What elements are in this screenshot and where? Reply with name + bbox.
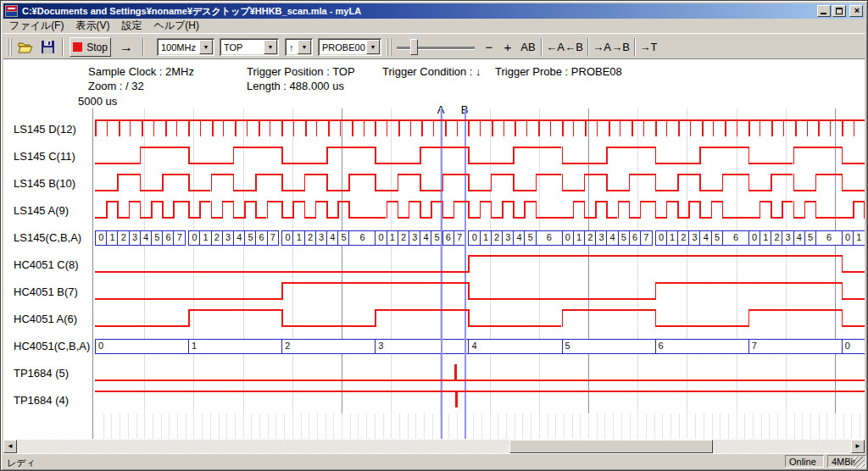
resize-grip-icon[interactable] bbox=[854, 457, 865, 468]
minor-tick bbox=[326, 413, 326, 439]
strobe-pulse bbox=[188, 121, 190, 136]
strobe-pulse bbox=[387, 121, 387, 136]
wave-segment bbox=[233, 190, 255, 191]
minor-tick bbox=[679, 413, 680, 439]
wave-edge bbox=[480, 201, 481, 219]
wave-edge bbox=[842, 255, 843, 273]
save-button[interactable] bbox=[37, 37, 58, 57]
minor-tick bbox=[670, 413, 671, 439]
minor-tick bbox=[128, 413, 129, 439]
ab-button[interactable]: AB bbox=[517, 37, 539, 57]
zoom-out-button[interactable]: − bbox=[481, 37, 498, 57]
trigger-probe-combo[interactable]: PROBE00 ▼ bbox=[318, 38, 381, 56]
toolbar-separator bbox=[634, 38, 636, 56]
trigger-position-combo[interactable]: TOP ▼ bbox=[220, 38, 279, 56]
wave-segment bbox=[677, 174, 699, 175]
wave-edge bbox=[468, 147, 470, 164]
zoom-slider-handle[interactable] bbox=[410, 39, 418, 55]
minor-tick bbox=[375, 413, 376, 439]
wave-edge bbox=[524, 201, 526, 219]
wave-segment bbox=[468, 163, 513, 164]
wave-edge bbox=[584, 201, 586, 219]
wave-edge bbox=[129, 201, 131, 219]
wave-edge bbox=[173, 201, 175, 219]
dropdown-arrow-icon[interactable]: ▼ bbox=[264, 40, 277, 54]
minor-tick bbox=[712, 413, 713, 439]
horizontal-scrollbar[interactable]: ◄ ► bbox=[3, 440, 865, 453]
maximize-button[interactable] bbox=[832, 5, 846, 17]
wave-segment bbox=[491, 217, 502, 219]
scroll-left-button[interactable]: ◄ bbox=[3, 440, 17, 453]
close-button[interactable]: × bbox=[849, 5, 863, 17]
dropdown-arrow-icon[interactable]: ▼ bbox=[199, 40, 213, 54]
goto-cursor-b-button[interactable]: ←B bbox=[564, 37, 584, 57]
run-button[interactable]: → bbox=[115, 37, 137, 57]
toolbar-grip bbox=[7, 38, 12, 56]
wave-segment bbox=[771, 174, 793, 175]
strobe-pulse bbox=[340, 121, 341, 136]
menu-file[interactable]: ファイル(F) bbox=[3, 18, 70, 34]
minor-tick bbox=[448, 413, 449, 439]
wave-segment bbox=[304, 217, 315, 219]
cursor-b-line[interactable] bbox=[465, 108, 466, 439]
wave-segment bbox=[315, 201, 326, 202]
wave-edge bbox=[666, 201, 668, 219]
strobe-pulse bbox=[153, 121, 154, 136]
dropdown-arrow-icon[interactable]: ▼ bbox=[366, 40, 380, 54]
minor-tick bbox=[539, 413, 540, 439]
wave-segment bbox=[562, 163, 607, 164]
dropdown-arrow-icon[interactable]: ▼ bbox=[298, 40, 311, 54]
strobe-pulse bbox=[655, 121, 657, 136]
app-icon bbox=[5, 4, 19, 18]
wave-edge bbox=[211, 201, 213, 219]
wave-segment bbox=[629, 217, 640, 219]
bus-value-cell: 3 bbox=[375, 339, 470, 354]
app-window: C:¥Documents and Settings¥noname¥デスクトップ¥… bbox=[0, 0, 868, 471]
gridline bbox=[193, 108, 194, 439]
menu-view[interactable]: 表示(V) bbox=[70, 18, 115, 34]
wave-edge bbox=[688, 201, 690, 219]
wave-edge bbox=[188, 201, 190, 219]
menu-settings[interactable]: 設定 bbox=[115, 18, 147, 34]
wave-edge bbox=[255, 201, 257, 219]
set-cursor-b-button[interactable]: →B bbox=[610, 37, 631, 57]
cursor-a-line[interactable] bbox=[441, 108, 442, 439]
wave-segment bbox=[655, 163, 700, 164]
menu-help[interactable]: ヘルプ(H) bbox=[147, 18, 205, 34]
goto-trigger-button[interactable]: →T bbox=[638, 37, 659, 57]
minor-tick bbox=[226, 413, 227, 439]
open-file-button[interactable] bbox=[14, 37, 36, 57]
wave-segment bbox=[748, 163, 793, 164]
wave-edge bbox=[853, 201, 854, 219]
wave-segment bbox=[431, 201, 442, 202]
wave-edge bbox=[315, 201, 317, 219]
scrollbar-thumb[interactable] bbox=[509, 440, 713, 453]
stop-button[interactable]: Stop bbox=[70, 37, 111, 57]
wave-segment bbox=[95, 271, 468, 273]
wave-edge bbox=[409, 201, 410, 219]
zoom-slider-track[interactable] bbox=[397, 47, 475, 49]
statusbar: レディ Online 4MBit bbox=[3, 453, 865, 468]
minor-tick bbox=[243, 413, 244, 439]
strobe-pulse bbox=[713, 121, 714, 136]
minor-tick bbox=[588, 413, 589, 439]
strobe-pulse bbox=[364, 121, 364, 136]
wave-segment bbox=[117, 217, 128, 219]
goto-cursor-a-button[interactable]: ←A bbox=[545, 37, 565, 57]
wave-segment bbox=[398, 217, 409, 219]
set-cursor-a-button[interactable]: →A bbox=[592, 37, 612, 57]
minimize-button[interactable] bbox=[817, 5, 831, 17]
wave-segment bbox=[699, 147, 748, 148]
wave-edge bbox=[420, 147, 421, 164]
wave-edge bbox=[699, 201, 701, 219]
wave-segment bbox=[502, 201, 513, 202]
wave-edge bbox=[864, 201, 865, 219]
wave-edge bbox=[468, 174, 470, 191]
sample-clock-combo[interactable]: 100MHz ▼ bbox=[157, 38, 214, 56]
scroll-right-button[interactable]: ► bbox=[851, 440, 865, 453]
trigger-edge-combo[interactable]: ↑ ▼ bbox=[285, 38, 313, 56]
stop-icon bbox=[73, 42, 82, 52]
minor-tick bbox=[424, 413, 425, 439]
zoom-in-button[interactable]: + bbox=[499, 37, 516, 57]
strobe-pulse bbox=[95, 121, 97, 136]
